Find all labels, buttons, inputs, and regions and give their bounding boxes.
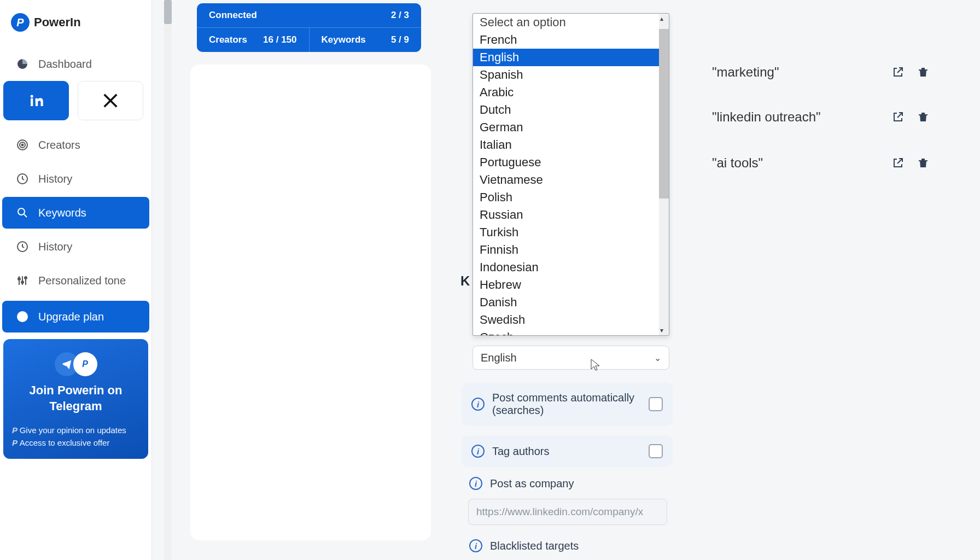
dropdown-option[interactable]: Portuguese <box>473 154 669 171</box>
stat-keywords-label: Keywords <box>322 34 366 45</box>
tag-authors-label: Tag authors <box>492 445 641 458</box>
promo-title: Join Powerin on Telegram <box>12 383 139 414</box>
nav-creators[interactable]: Creators <box>2 129 149 161</box>
dropdown-option[interactable]: Spanish <box>473 66 669 84</box>
dropdown-option[interactable]: Arabic <box>473 84 669 101</box>
nav-label: History <box>38 241 72 253</box>
dropdown-option[interactable]: Russian <box>473 206 669 224</box>
dropdown-option[interactable]: Hebrew <box>473 276 669 294</box>
dropdown-option[interactable]: Italian <box>473 136 669 154</box>
left-panel <box>190 65 431 540</box>
info-icon[interactable]: i <box>469 477 482 490</box>
nav-dashboard[interactable]: Dashboard <box>2 48 149 80</box>
stat-connected-value: 2 / 3 <box>391 10 409 21</box>
chevron-down-icon: ⌄ <box>654 353 661 363</box>
svg-point-9 <box>25 277 27 279</box>
page-scrollbar-thumb[interactable] <box>164 0 172 24</box>
brand-name: PowerIn <box>34 15 81 30</box>
promo-bullets: P Give your opinion on updates P Access … <box>12 424 139 449</box>
open-external-icon[interactable] <box>890 109 906 125</box>
keyword-row: "marketing" <box>712 65 931 80</box>
dropdown-placeholder[interactable]: Select an option <box>473 14 669 31</box>
svg-text:$: $ <box>20 312 25 321</box>
post-comments-checkbox[interactable] <box>649 397 663 411</box>
mouse-cursor-icon <box>591 359 600 372</box>
svg-point-3 <box>22 144 24 146</box>
post-company-row: i Post as company <box>469 477 673 490</box>
section-heading: K <box>460 273 470 289</box>
dropdown-option[interactable]: Polish <box>473 189 669 206</box>
dashboard-icon <box>15 57 30 71</box>
keyword-text: "marketing" <box>712 65 880 80</box>
post-company-label: Post as company <box>490 477 574 490</box>
promo-bullet: Access to exclusive offer <box>20 438 110 447</box>
blacklisted-label: Blacklisted targets <box>490 540 579 552</box>
tag-authors-toggle: i Tag authors <box>462 435 673 467</box>
scroll-down-icon[interactable]: ▾ <box>660 326 668 334</box>
dropdown-option[interactable]: Indonesian <box>473 259 669 276</box>
linkedin-tab[interactable] <box>3 81 69 120</box>
language-dropdown[interactable]: Select an option French English Spanish … <box>472 13 669 336</box>
nav-label: Upgrade plan <box>38 311 104 323</box>
promo-icons: P <box>12 352 139 376</box>
brand-mini-icon: P <box>73 352 97 376</box>
dropdown-option-selected[interactable]: English <box>473 49 669 66</box>
stat-creators-label: Creators <box>209 34 247 45</box>
company-url-input[interactable]: https://www.linkedin.com/company/x <box>468 499 667 525</box>
keyword-text: "linkedin outreach" <box>712 109 880 125</box>
dropdown-option[interactable]: Czech <box>473 329 669 335</box>
open-external-icon[interactable] <box>890 65 906 80</box>
trash-icon[interactable] <box>915 155 931 171</box>
dropdown-option[interactable]: French <box>473 31 669 49</box>
brand: P PowerIn <box>0 13 151 47</box>
keyword-row: "ai tools" <box>712 155 931 171</box>
blacklisted-row: i Blacklisted targets <box>469 539 673 552</box>
stat-connected-label: Connected <box>209 10 257 21</box>
stats-bar: Connected 2 / 3 Creators 16 / 150 Keywor… <box>197 3 421 52</box>
stat-creators-value: 16 / 150 <box>263 34 296 45</box>
trash-icon[interactable] <box>915 65 931 80</box>
dropdown-option[interactable]: Finnish <box>473 241 669 259</box>
nav-label: Dashboard <box>38 58 92 71</box>
nav-upgrade-plan[interactable]: $ Upgrade plan <box>2 301 149 332</box>
info-icon[interactable]: i <box>471 398 485 411</box>
promo-card[interactable]: P Join Powerin on Telegram P Give your o… <box>3 339 148 459</box>
nav-history-2[interactable]: History <box>2 231 149 262</box>
dropdown-option[interactable]: Danish <box>473 294 669 311</box>
dollar-icon: $ <box>15 310 30 324</box>
x-tab[interactable] <box>78 81 143 120</box>
stat-keywords-value: 5 / 9 <box>391 34 409 45</box>
nav-history-1[interactable]: History <box>2 163 149 195</box>
info-icon[interactable]: i <box>471 445 485 458</box>
svg-point-5 <box>18 208 25 215</box>
scroll-up-icon[interactable]: ▴ <box>660 15 668 22</box>
dropdown-option[interactable]: Swedish <box>473 311 669 329</box>
language-select-value: English <box>481 352 517 364</box>
history-icon <box>15 172 30 186</box>
dropdown-option[interactable]: Dutch <box>473 101 669 119</box>
svg-point-8 <box>21 281 24 283</box>
social-switch <box>0 81 151 128</box>
target-icon <box>15 138 30 152</box>
open-external-icon[interactable] <box>890 155 906 171</box>
post-comments-toggle: i Post comments automatically (searches) <box>462 383 673 425</box>
nav-keywords[interactable]: Keywords <box>2 197 149 229</box>
post-comments-label: Post comments automatically (searches) <box>492 392 641 417</box>
svg-point-7 <box>18 278 20 280</box>
nav-label: Personalized tone <box>38 275 126 287</box>
keyword-row: "linkedin outreach" <box>712 109 931 125</box>
trash-icon[interactable] <box>915 109 931 125</box>
dropdown-scroll-thumb[interactable] <box>659 29 669 199</box>
dropdown-option[interactable]: German <box>473 119 669 136</box>
info-icon[interactable]: i <box>469 539 482 552</box>
nav-personalized-tone[interactable]: Personalized tone <box>2 265 149 296</box>
page-scrollbar-track[interactable] <box>164 0 172 560</box>
search-icon <box>15 206 30 220</box>
sidebar: P PowerIn Dashboard Creators History Key… <box>0 0 152 560</box>
nav-label: Keywords <box>38 207 86 219</box>
language-select[interactable]: English ⌄ <box>472 346 669 370</box>
dropdown-option[interactable]: Turkish <box>473 224 669 241</box>
tag-authors-checkbox[interactable] <box>649 444 663 458</box>
nav-label: History <box>38 173 72 185</box>
dropdown-option[interactable]: Vietnamese <box>473 171 669 189</box>
